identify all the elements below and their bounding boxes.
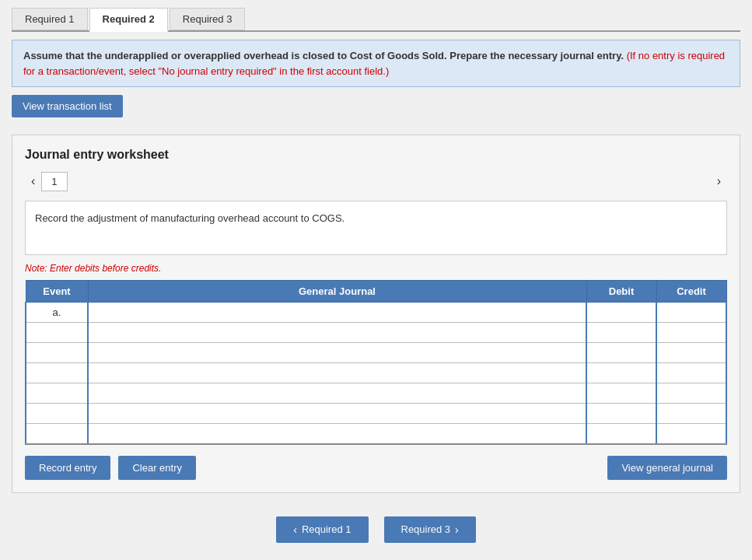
table-row (26, 343, 726, 363)
debit-input-7[interactable] (587, 424, 656, 443)
bottom-nav: ‹ Required 1 Required 3 › (12, 516, 740, 543)
prev-page-arrow[interactable]: ‹ (25, 171, 41, 191)
tab-required2[interactable]: Required 2 (89, 8, 168, 32)
debit-cell-4[interactable] (586, 363, 656, 383)
worksheet-title: Journal entry worksheet (25, 148, 727, 162)
action-buttons: Record entry Clear entry View general jo… (25, 456, 727, 480)
clear-entry-button[interactable]: Clear entry (118, 456, 196, 480)
next-page-arrow[interactable]: › (711, 171, 727, 191)
col-header-debit: Debit (586, 281, 656, 303)
debit-input-3[interactable] (587, 343, 656, 362)
page-wrapper: Required 1 Required 2 Required 3 Assume … (0, 0, 752, 560)
record-entry-button[interactable]: Record entry (25, 456, 110, 480)
general-journal-cell-3[interactable] (88, 343, 586, 363)
credit-cell-5[interactable] (656, 383, 726, 404)
debit-cell-6[interactable] (586, 404, 656, 424)
event-cell-1: a. (26, 303, 88, 323)
nav-row: ‹ 1 › (25, 171, 727, 191)
general-journal-input-3[interactable] (89, 343, 586, 362)
chevron-right-icon: › (455, 523, 459, 536)
debit-input-5[interactable] (587, 383, 656, 403)
debit-input-1[interactable] (587, 303, 656, 322)
event-cell-7 (26, 424, 88, 444)
table-row (26, 424, 726, 444)
credit-cell-1[interactable] (656, 303, 726, 323)
general-journal-input-5[interactable] (89, 383, 586, 403)
table-row (26, 363, 726, 383)
table-row (26, 323, 726, 343)
general-journal-cell-6[interactable] (88, 404, 586, 424)
next-required-button[interactable]: Required 3 › (384, 516, 476, 543)
debit-input-6[interactable] (587, 404, 656, 423)
table-row (26, 404, 726, 424)
tab-required3[interactable]: Required 3 (170, 8, 246, 30)
event-cell-4 (26, 363, 88, 383)
credit-cell-6[interactable] (656, 404, 726, 424)
col-header-event: Event (26, 281, 88, 303)
prev-required-label: Required 1 (302, 523, 352, 535)
credit-input-7[interactable] (657, 424, 726, 443)
general-journal-input-7[interactable] (89, 424, 586, 443)
credit-input-3[interactable] (657, 343, 726, 362)
credit-input-5[interactable] (657, 383, 726, 403)
credit-cell-2[interactable] (656, 323, 726, 343)
info-box-bold-text: Assume that the underapplied or overappl… (23, 50, 624, 61)
credit-input-4[interactable] (657, 363, 726, 383)
event-cell-6 (26, 404, 88, 424)
chevron-left-icon: ‹ (293, 523, 297, 536)
general-journal-input-1[interactable] (89, 303, 586, 322)
view-transaction-list-button[interactable]: View transaction list (12, 95, 123, 117)
table-row: a. (26, 303, 726, 323)
event-cell-5 (26, 383, 88, 404)
worksheet-card: Journal entry worksheet ‹ 1 › Record the… (12, 135, 740, 493)
credit-input-6[interactable] (657, 404, 726, 423)
general-journal-cell-4[interactable] (88, 363, 586, 383)
info-box: Assume that the underapplied or overappl… (12, 40, 740, 87)
general-journal-cell-5[interactable] (88, 383, 586, 404)
credit-cell-4[interactable] (656, 363, 726, 383)
table-row (26, 383, 726, 404)
page-number: 1 (41, 172, 67, 191)
journal-table: Event General Journal Debit Credit a. (25, 280, 727, 445)
credit-cell-7[interactable] (656, 424, 726, 444)
event-cell-3 (26, 343, 88, 363)
prev-required-button[interactable]: ‹ Required 1 (276, 516, 368, 543)
tabs-bar: Required 1 Required 2 Required 3 (12, 8, 740, 32)
debit-cell-3[interactable] (586, 343, 656, 363)
general-journal-cell-1[interactable] (88, 303, 586, 323)
tab-required1[interactable]: Required 1 (12, 8, 88, 30)
general-journal-cell-2[interactable] (88, 323, 586, 343)
note-text: Note: Enter debits before credits. (25, 263, 727, 274)
view-general-journal-button[interactable]: View general journal (607, 456, 727, 480)
description-box: Record the adjustment of manufacturing o… (25, 201, 727, 255)
debit-cell-2[interactable] (586, 323, 656, 343)
next-required-label: Required 3 (401, 523, 451, 535)
general-journal-input-4[interactable] (89, 363, 586, 383)
general-journal-input-6[interactable] (89, 404, 586, 423)
general-journal-cell-7[interactable] (88, 424, 586, 444)
credit-input-1[interactable] (657, 303, 726, 322)
debit-input-4[interactable] (587, 363, 656, 383)
credit-input-2[interactable] (657, 323, 726, 342)
event-cell-2 (26, 323, 88, 343)
debit-cell-5[interactable] (586, 383, 656, 404)
debit-cell-1[interactable] (586, 303, 656, 323)
col-header-general-journal: General Journal (88, 281, 586, 303)
credit-cell-3[interactable] (656, 343, 726, 363)
general-journal-input-2[interactable] (89, 323, 586, 342)
debit-cell-7[interactable] (586, 424, 656, 444)
debit-input-2[interactable] (587, 323, 656, 342)
col-header-credit: Credit (656, 281, 726, 303)
